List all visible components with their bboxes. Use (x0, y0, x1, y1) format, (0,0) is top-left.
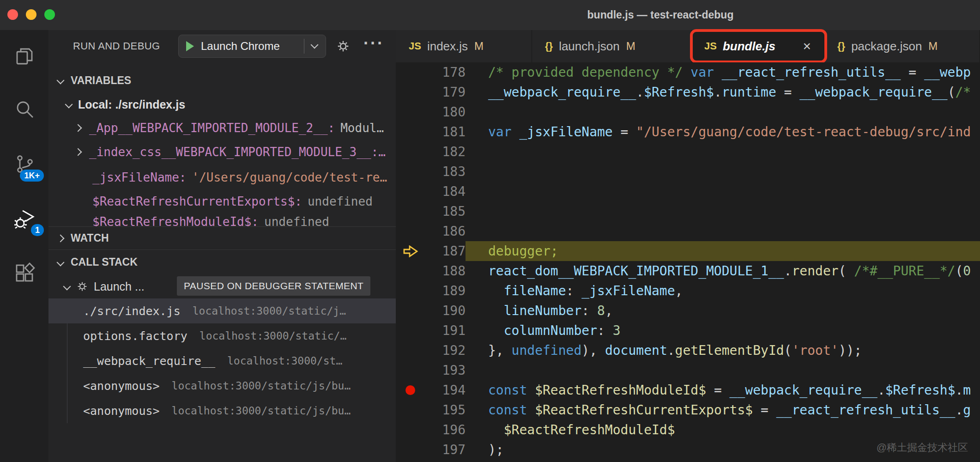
code-content[interactable] (466, 142, 980, 162)
tab-launch-json[interactable]: {} launch.json M (532, 30, 691, 62)
call-stack-section-header[interactable]: CALL STACK (48, 249, 396, 274)
close-window-button[interactable] (7, 9, 18, 20)
tab-index-js[interactable]: JS index.js M (396, 30, 532, 62)
code-line-193: 193 (396, 360, 980, 380)
line-number[interactable]: 184 (425, 184, 466, 199)
chevron-down-icon[interactable] (63, 283, 71, 291)
variables-section-header[interactable]: VARIABLES (48, 70, 396, 91)
line-number[interactable]: 178 (425, 65, 466, 80)
code-content[interactable]: }, undefined), document.getElementById('… (466, 340, 980, 360)
code-content[interactable]: react_dom__WEBPACK_IMPORTED_MODULE_1__.r… (466, 261, 980, 281)
js-file-icon: JS (704, 40, 717, 52)
code-content[interactable] (466, 102, 980, 122)
js-file-icon: JS (409, 40, 421, 52)
code-content[interactable] (466, 182, 980, 201)
sidebar-title: RUN AND DEBUG (73, 40, 160, 52)
json-file-icon: {} (545, 40, 553, 52)
code-content[interactable]: const $ReactRefreshCurrentExports$ = __r… (466, 400, 980, 420)
line-number[interactable]: 196 (425, 422, 466, 438)
stack-frame-row[interactable]: <anonymous> localhost:3000/static/js/bu… (48, 398, 396, 423)
line-number[interactable]: 194 (425, 383, 466, 398)
tab-label: bundle.js (723, 39, 775, 54)
line-number[interactable]: 180 (425, 104, 466, 120)
line-number[interactable]: 197 (425, 442, 466, 457)
start-debug-icon[interactable] (186, 41, 194, 51)
code-content[interactable]: $ReactRefreshModuleId$ (466, 420, 980, 440)
explorer-icon[interactable] (13, 45, 36, 67)
tab-bundle-js[interactable]: JS bundle.js × (691, 30, 824, 62)
variable-row[interactable]: _App__WEBPACK_IMPORTED_MODULE_2__: Modul… (48, 118, 396, 138)
code-editor[interactable]: 178/* provided dependency */ var __react… (396, 62, 980, 462)
more-actions-icon[interactable]: ··· (363, 34, 384, 53)
line-number[interactable]: 183 (425, 164, 466, 179)
breakpoint-icon[interactable] (405, 385, 415, 395)
code-content[interactable] (466, 221, 980, 241)
chevron-down-icon[interactable] (57, 258, 65, 266)
chevron-down-icon[interactable] (65, 101, 73, 109)
code-content[interactable]: columnNumber: 3 (466, 321, 980, 340)
line-number[interactable]: 181 (425, 124, 466, 140)
stack-frame-row[interactable]: <anonymous> localhost:3000/static/js/bu… (48, 373, 396, 398)
watch-section-header[interactable]: WATCH (48, 226, 396, 249)
code-content[interactable]: var _jsxFileName = "/Users/guang/code/te… (466, 122, 980, 142)
tab-label: package.json (851, 39, 922, 54)
variable-row[interactable]: _jsxFileName: '/Users/guang/code/test-re… (48, 167, 396, 188)
chevron-right-icon[interactable] (74, 124, 82, 132)
tab-label: index.js (427, 39, 468, 54)
code-content[interactable]: /* provided dependency */ var __react_re… (466, 62, 980, 82)
code-line-187: 187debugger; (396, 241, 980, 261)
search-icon[interactable] (13, 98, 36, 120)
code-content[interactable]: fileName: _jsxFileName, (466, 281, 980, 301)
code-content[interactable] (466, 360, 980, 380)
extensions-icon[interactable] (13, 262, 36, 285)
tab-package-json[interactable]: {} package.json M (824, 30, 980, 62)
code-content[interactable]: __webpack_require__.$Refresh$.runtime = … (466, 82, 980, 102)
line-number[interactable]: 185 (425, 204, 466, 219)
variable-row[interactable]: _index_css__WEBPACK_IMPORTED_MODULE_3__:… (48, 142, 396, 162)
stack-frame-row[interactable]: ./src/index.js localhost:3000/static/j… (48, 298, 396, 323)
maximize-window-button[interactable] (44, 9, 55, 20)
line-number[interactable]: 186 (425, 224, 466, 239)
code-content[interactable]: debugger; (466, 241, 980, 261)
debug-session-row[interactable]: Launch ... PAUSED ON DEBUGGER STATEMENT (48, 274, 396, 298)
breakpoint-gutter[interactable] (396, 245, 425, 257)
line-number[interactable]: 182 (425, 144, 466, 159)
code-content[interactable]: lineNumber: 8, (466, 301, 980, 321)
session-label: Launch ... (94, 280, 145, 293)
watermark: @稀土掘金技术社区 (877, 441, 968, 455)
code-content[interactable]: const $ReactRefreshModuleId$ = __webpack… (466, 380, 980, 400)
line-number[interactable]: 191 (425, 323, 466, 338)
editor-tab-bar: JS index.js M {} launch.json M JS bundle… (396, 30, 980, 62)
scope-label: Local: ./src/index.js (78, 98, 185, 111)
line-number[interactable]: 193 (425, 363, 466, 378)
code-line-183: 183 (396, 162, 980, 182)
code-line-185: 185 (396, 201, 980, 221)
line-number[interactable]: 195 (425, 402, 466, 418)
minimize-window-button[interactable] (26, 9, 36, 20)
line-number[interactable]: 188 (425, 263, 466, 279)
variable-row[interactable]: $ReactRefreshCurrentExports$: undefined (48, 191, 396, 212)
stack-frame-row[interactable]: options.factory localhost:3000/static/… (48, 323, 396, 348)
gear-icon[interactable] (335, 38, 351, 55)
line-number[interactable]: 179 (425, 85, 466, 100)
launch-config-dropdown[interactable]: Launch Chrome (178, 35, 326, 58)
breakpoint-gutter[interactable] (396, 385, 425, 395)
run-and-debug-icon[interactable]: 1 (13, 207, 36, 230)
chevron-right-icon[interactable] (57, 234, 65, 242)
line-number[interactable]: 187 (425, 243, 466, 259)
code-content[interactable] (466, 201, 980, 221)
chevron-right-icon[interactable] (74, 148, 82, 156)
source-control-icon[interactable]: 1K+ (13, 153, 36, 175)
close-tab-icon[interactable]: × (803, 39, 811, 53)
chevron-down-icon[interactable] (57, 77, 65, 85)
line-number[interactable]: 192 (425, 343, 466, 358)
json-file-icon: {} (837, 40, 845, 52)
line-number[interactable]: 189 (425, 283, 466, 298)
code-content[interactable] (466, 162, 980, 182)
stack-frame-row[interactable]: __webpack_require__ localhost:3000/st… (48, 348, 396, 373)
line-number[interactable]: 190 (425, 303, 466, 318)
chevron-down-icon[interactable] (311, 41, 319, 49)
variable-row[interactable]: $ReactRefreshModuleId$: undefined (48, 212, 396, 226)
scope-row[interactable]: Local: ./src/index.js (48, 94, 396, 115)
window-title: bundle.js — test-react-debug (550, 0, 771, 30)
